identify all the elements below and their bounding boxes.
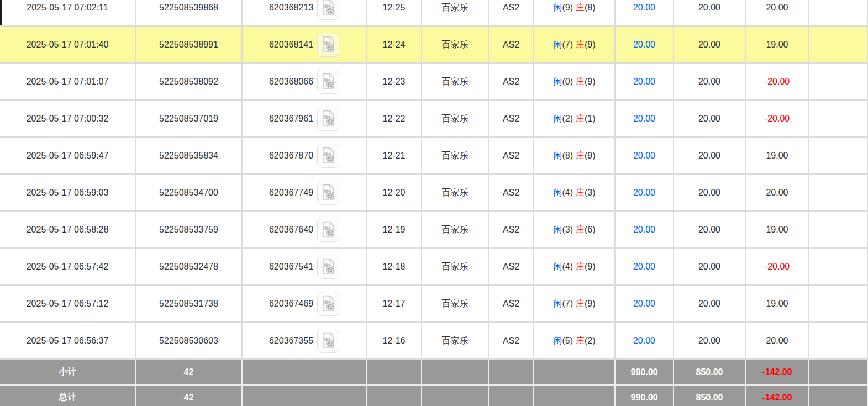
table-row: 2025-05-17 06:57:12 522508531738 6203674… <box>0 286 868 323</box>
video-replay-button[interactable] <box>317 181 339 205</box>
banker-score: (9) <box>585 77 596 86</box>
round-number: 12-19 <box>366 212 422 249</box>
table-row: 2025-05-17 06:58:28 522508533759 6203676… <box>0 212 868 249</box>
valid-amount: 20.00 <box>674 138 745 175</box>
video-replay-button[interactable] <box>317 144 339 168</box>
player-score: (5) <box>562 336 573 345</box>
table-row: 2025-05-17 07:01:07 522508538092 6203680… <box>0 64 868 101</box>
subtotal-empty-cell <box>488 360 534 385</box>
banker-score: (9) <box>585 151 596 160</box>
round-number: 12-23 <box>366 64 422 101</box>
bet-amount-link[interactable]: 20.00 <box>633 225 655 234</box>
valid-amount: 20.00 <box>674 0 745 27</box>
game-id: 620367961 <box>269 114 313 124</box>
bet-amount-cell: 20.00 <box>615 64 674 101</box>
banker-score: (9) <box>585 262 596 271</box>
player-score: (8) <box>562 151 573 160</box>
win-loss-value: 20.00 <box>766 336 788 345</box>
table-row: 2025-05-17 06:59:03 522508534700 6203677… <box>0 175 868 212</box>
game-type: 百家乐 <box>422 138 488 175</box>
video-replay-button[interactable] <box>317 255 339 279</box>
table-row: 2025-05-17 06:57:42 522508532478 6203675… <box>0 249 868 286</box>
result-cell: 闲(7)庄(9) <box>534 286 615 323</box>
banker-score: (9) <box>585 40 596 49</box>
banker-label: 庄 <box>576 40 585 49</box>
player-label: 闲 <box>553 3 562 12</box>
banker-label: 庄 <box>576 225 585 234</box>
video-replay-button[interactable] <box>317 70 339 94</box>
video-replay-button[interactable] <box>317 33 339 57</box>
video-replay-button[interactable] <box>317 107 339 131</box>
bet-time: 2025-05-17 06:59:03 <box>0 175 135 212</box>
bet-id: 522508537019 <box>135 101 242 138</box>
video-replay-button[interactable] <box>317 218 339 242</box>
video-replay-icon <box>320 110 336 128</box>
win-loss-cell: -20.00 <box>745 101 809 138</box>
result-cell: 闲(5)庄(2) <box>534 323 615 360</box>
table-code: AS2 <box>488 175 534 212</box>
player-label: 闲 <box>553 77 562 86</box>
bet-amount-link[interactable]: 20.00 <box>633 336 655 345</box>
player-label: 闲 <box>553 336 562 345</box>
game-id-cell: 620368141 <box>242 27 366 64</box>
round-number: 12-21 <box>366 138 422 175</box>
video-replay-button[interactable] <box>317 329 339 353</box>
player-score: (9) <box>562 3 573 12</box>
video-replay-icon <box>320 332 336 350</box>
bet-amount-cell: 20.00 <box>615 138 674 175</box>
grand-total-empty-cell <box>366 385 422 406</box>
game-id: 620368066 <box>269 77 313 87</box>
player-label: 闲 <box>553 40 562 49</box>
video-replay-button[interactable] <box>317 0 339 20</box>
game-type: 百家乐 <box>422 249 488 286</box>
table-scroll-area[interactable]: 2025-05-17 07:02:11 522508539868 6203682… <box>0 0 868 406</box>
table-row: 2025-05-17 06:59:47 522508535834 6203678… <box>0 138 868 175</box>
grand-total-empty-cell <box>534 385 615 406</box>
player-score: (7) <box>562 299 573 308</box>
bet-amount-link[interactable]: 20.00 <box>633 77 655 86</box>
player-score: (7) <box>562 40 573 49</box>
win-loss-cell: -20.00 <box>745 64 809 101</box>
bet-time: 2025-05-17 07:01:07 <box>0 64 135 101</box>
round-number: 12-22 <box>366 101 422 138</box>
video-replay-icon <box>320 0 336 17</box>
table-row: 2025-05-17 06:56:37 522508530603 6203673… <box>0 323 868 360</box>
bet-amount-link[interactable]: 20.00 <box>633 114 655 123</box>
table-body: 2025-05-17 07:02:11 522508539868 6203682… <box>0 0 868 360</box>
win-loss-value: -20.00 <box>765 77 790 86</box>
bet-amount-link[interactable]: 20.00 <box>633 188 655 197</box>
win-loss-value: 19.00 <box>766 225 788 234</box>
bet-amount-link[interactable]: 20.00 <box>633 262 655 271</box>
empty-cell <box>809 249 868 286</box>
grand-total-empty-cell <box>422 385 488 406</box>
banker-label: 庄 <box>576 3 585 12</box>
banker-label: 庄 <box>576 188 585 197</box>
table-code: AS2 <box>488 101 534 138</box>
bet-amount-link[interactable]: 20.00 <box>633 151 655 160</box>
valid-amount: 20.00 <box>674 249 745 286</box>
bet-id: 522508532478 <box>135 249 242 286</box>
player-score: (2) <box>562 114 573 123</box>
game-id: 620367541 <box>269 262 313 272</box>
grand-total-label: 总计 <box>0 385 135 406</box>
result-cell: 闲(7)庄(9) <box>534 27 615 64</box>
video-replay-button[interactable] <box>317 292 339 316</box>
result-cell: 闲(4)庄(3) <box>534 175 615 212</box>
game-id: 620368141 <box>269 40 313 50</box>
bet-id: 522508530603 <box>135 323 242 360</box>
bet-amount-link[interactable]: 20.00 <box>633 40 655 49</box>
bet-amount-link[interactable]: 20.00 <box>633 3 655 12</box>
game-id: 620367640 <box>269 225 313 235</box>
win-loss-cell: 20.00 <box>745 0 809 27</box>
valid-amount: 20.00 <box>674 175 745 212</box>
table-row: 2025-05-17 07:01:40 522508538991 6203681… <box>0 27 868 64</box>
player-label: 闲 <box>553 262 562 271</box>
win-loss-cell: 19.00 <box>745 138 809 175</box>
game-id: 620367355 <box>269 336 313 346</box>
banker-label: 庄 <box>576 262 585 271</box>
bet-amount-link[interactable]: 20.00 <box>633 299 655 308</box>
bet-id: 522508538991 <box>135 27 242 64</box>
bet-time: 2025-05-17 06:58:28 <box>0 212 135 249</box>
video-replay-icon <box>320 221 336 239</box>
table-left-border-fragment <box>0 0 2 25</box>
